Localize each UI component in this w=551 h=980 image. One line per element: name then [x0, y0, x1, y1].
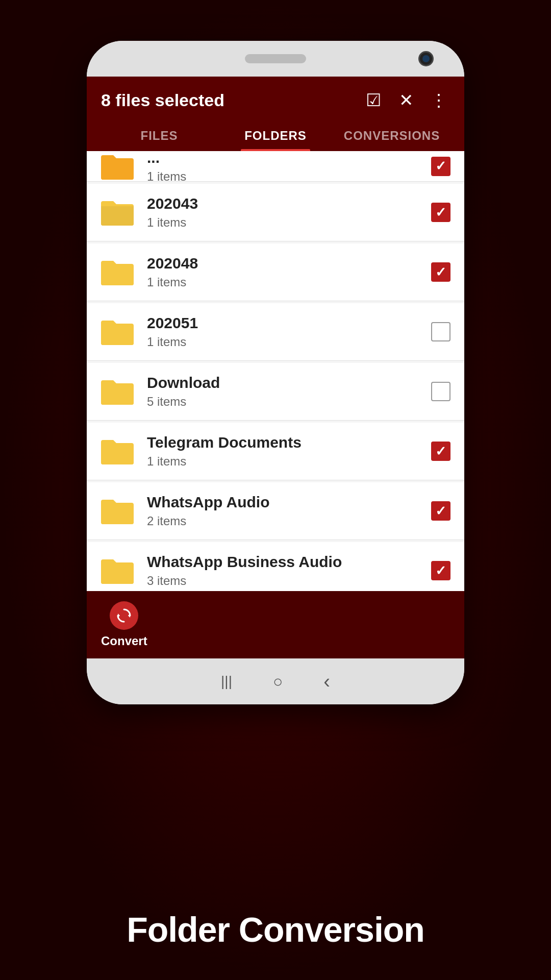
- list-item[interactable]: 202048 1 items: [87, 243, 464, 301]
- phone-bottom-bezel: ||| ○ ‹: [87, 658, 464, 704]
- phone-frame: 8 files selected ☑ ✕ ⋮ FILES FOLDERS CON…: [87, 41, 464, 704]
- svg-marker-0: [128, 614, 130, 618]
- folder-checkbox[interactable]: [430, 380, 452, 403]
- folder-count: 1 items: [147, 335, 430, 349]
- bottom-text: Folder Conversion: [127, 910, 424, 949]
- checkbox-unchecked-download: [431, 382, 450, 401]
- folder-checkbox[interactable]: [430, 559, 452, 582]
- list-item[interactable]: Download 5 items: [87, 363, 464, 421]
- convert-button[interactable]: Convert: [101, 601, 147, 648]
- header-top: 8 files selected ☑ ✕ ⋮: [101, 89, 450, 121]
- convert-bar: Convert: [87, 591, 464, 658]
- folder-info: 202048 1 items: [147, 255, 430, 289]
- folder-name: Telegram Documents: [147, 434, 430, 451]
- folder-info: 202043 1 items: [147, 195, 430, 230]
- folder-icon: [99, 316, 136, 347]
- folder-name: Download: [147, 374, 430, 391]
- list-item[interactable]: WhatsApp Audio 2 items: [87, 482, 464, 540]
- checkbox-checked-202043: [431, 203, 450, 222]
- folder-info: WhatsApp Audio 2 items: [147, 494, 430, 528]
- folder-checkbox[interactable]: [430, 261, 452, 283]
- folder-count: 3 items: [147, 574, 430, 588]
- phone-speaker: [245, 54, 306, 63]
- select-all-icon[interactable]: ☑: [362, 89, 385, 111]
- list-item[interactable]: 202043 1 items: [87, 184, 464, 241]
- checkbox-checked-whatsapp-business: [431, 561, 450, 580]
- checkbox-unchecked-202051: [431, 322, 450, 341]
- close-icon[interactable]: ✕: [395, 89, 417, 111]
- checkbox-checked-telegram: [431, 442, 450, 461]
- svg-marker-1: [118, 614, 120, 618]
- folder-info: WhatsApp Business Audio 3 items: [147, 553, 430, 588]
- folder-info: ... 1 items: [147, 151, 430, 182]
- nav-back-icon[interactable]: ‹: [323, 671, 330, 693]
- phone-camera: [418, 51, 434, 66]
- folder-item-partial[interactable]: ... 1 items: [87, 151, 464, 182]
- header-title: 8 files selected: [101, 90, 224, 110]
- tab-files[interactable]: FILES: [101, 121, 217, 151]
- folder-icon: [99, 436, 136, 467]
- folders-list: ... 1 items: [87, 151, 464, 591]
- page-background: 8 files selected ☑ ✕ ⋮ FILES FOLDERS CON…: [0, 0, 551, 980]
- folder-name: ...: [147, 151, 430, 166]
- convert-icon: [110, 601, 138, 630]
- folder-name: WhatsApp Business Audio: [147, 553, 430, 571]
- folder-checkbox[interactable]: [430, 500, 452, 522]
- folder-icon: [99, 151, 136, 182]
- folder-name: 202048: [147, 255, 430, 272]
- folder-icon: [99, 376, 136, 407]
- folder-count: 1 items: [147, 215, 430, 230]
- phone-top-bezel: [87, 41, 464, 77]
- nav-home-icon[interactable]: ○: [273, 672, 283, 691]
- nav-menu-icon[interactable]: |||: [221, 673, 232, 690]
- folder-icon: [99, 197, 136, 228]
- folder-icon: [99, 555, 136, 586]
- folder-count: 1 items: [147, 454, 430, 469]
- folder-info: Download 5 items: [147, 374, 430, 409]
- list-item[interactable]: 202051 1 items: [87, 303, 464, 361]
- folder-icon: [99, 257, 136, 287]
- folder-checkbox[interactable]: [430, 321, 452, 343]
- folder-checkbox[interactable]: [430, 155, 452, 178]
- checkbox-checked: [431, 157, 450, 176]
- folder-name: WhatsApp Audio: [147, 494, 430, 511]
- folder-count: 1 items: [147, 169, 430, 182]
- tabs-container: FILES FOLDERS CONVERSIONS: [101, 121, 450, 151]
- folder-count: 1 items: [147, 275, 430, 289]
- header-actions: ☑ ✕ ⋮: [362, 89, 450, 111]
- folder-name: 202043: [147, 195, 430, 212]
- tab-folders[interactable]: FOLDERS: [217, 121, 334, 151]
- tab-conversions[interactable]: CONVERSIONS: [334, 121, 450, 151]
- checkbox-checked-whatsapp-audio: [431, 501, 450, 521]
- checkbox-checked-202048: [431, 262, 450, 282]
- folder-count: 2 items: [147, 514, 430, 528]
- folder-checkbox[interactable]: [430, 201, 452, 224]
- list-item[interactable]: WhatsApp Business Audio 3 items: [87, 542, 464, 591]
- folder-count: 5 items: [147, 395, 430, 409]
- more-options-icon[interactable]: ⋮: [428, 89, 450, 111]
- list-item[interactable]: Telegram Documents 1 items: [87, 423, 464, 480]
- app-header: 8 files selected ☑ ✕ ⋮ FILES FOLDERS CON…: [87, 77, 464, 151]
- folder-info: 202051 1 items: [147, 314, 430, 349]
- folder-icon: [99, 496, 136, 526]
- convert-label: Convert: [101, 634, 147, 648]
- folder-checkbox[interactable]: [430, 440, 452, 462]
- folder-info: Telegram Documents 1 items: [147, 434, 430, 469]
- folder-name: 202051: [147, 314, 430, 332]
- phone-screen: 8 files selected ☑ ✕ ⋮ FILES FOLDERS CON…: [87, 77, 464, 658]
